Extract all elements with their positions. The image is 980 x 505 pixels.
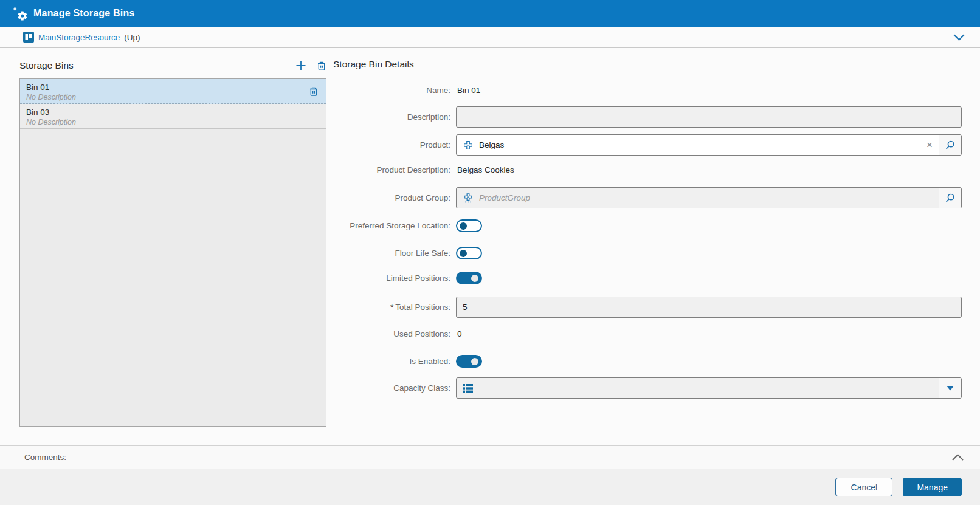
bin-name: Bin 03 <box>26 107 319 117</box>
bin-list-item-selected[interactable]: Bin 01 No Description <box>20 79 326 104</box>
preferred-storage-location-label: Preferred Storage Location: <box>333 221 450 230</box>
total-positions-label: *Total Positions: <box>333 303 450 312</box>
dialog-footer: Cancel Manage <box>0 469 980 505</box>
capacity-class-list-icon <box>463 383 473 393</box>
description-label: Description: <box>333 112 450 122</box>
bins-panel-title: Storage Bins <box>19 60 74 71</box>
preferred-storage-location-toggle[interactable] <box>456 219 482 232</box>
capacity-class-dropdown[interactable] <box>456 377 962 399</box>
product-combo[interactable]: Belgas × <box>456 134 962 156</box>
product-search-button[interactable] <box>939 135 961 155</box>
product-value: Belgas <box>479 140 920 149</box>
is-enabled-toggle[interactable] <box>456 355 482 368</box>
bins-list: Bin 01 No Description Bin 03 No Descript… <box>19 78 326 427</box>
dialog-titlebar: Manage Storage Bins <box>0 0 980 27</box>
product-label: Product: <box>333 140 450 149</box>
product-description-value: Belgas Cookies <box>456 165 514 174</box>
manage-button[interactable]: Manage <box>903 478 962 496</box>
resource-direction: (Up) <box>124 33 140 42</box>
name-label: Name: <box>333 86 450 95</box>
delete-bins-button[interactable] <box>317 61 326 71</box>
name-value: Bin 01 <box>456 86 480 95</box>
cancel-button[interactable]: Cancel <box>835 478 892 496</box>
product-group-input[interactable] <box>479 188 939 208</box>
add-bin-button[interactable] <box>295 60 307 72</box>
capacity-class-label: Capacity Class: <box>333 383 450 393</box>
product-group-icon <box>463 193 474 204</box>
product-description-label: Product Description: <box>333 165 450 174</box>
limited-positions-label: Limited Positions: <box>333 273 450 283</box>
used-positions-value: 0 <box>456 329 462 338</box>
resource-bar: MainStorageResource (Up) <box>0 27 980 48</box>
floor-life-safe-label: Floor Life Safe: <box>333 249 450 258</box>
used-positions-label: Used Positions: <box>333 329 450 338</box>
limited-positions-toggle[interactable] <box>456 272 482 284</box>
bin-description: No Description <box>26 117 319 127</box>
comments-label: Comments: <box>24 453 66 462</box>
storage-bins-panel: Storage Bins Bin 01 No Description Bin 0… <box>19 58 326 427</box>
bin-list-item[interactable]: Bin 03 No Description <box>20 104 326 129</box>
description-input[interactable] <box>456 106 962 128</box>
required-marker: * <box>390 303 393 312</box>
is-enabled-label: Is Enabled: <box>333 357 450 366</box>
capacity-class-dropdown-button[interactable] <box>939 378 961 398</box>
details-title: Storage Bin Details <box>333 58 962 70</box>
manage-gear-icon <box>12 5 28 21</box>
product-group-combo[interactable] <box>456 187 962 208</box>
chevron-down-icon[interactable] <box>953 33 965 41</box>
chevron-up-icon[interactable] <box>951 453 964 461</box>
storage-bin-details-panel: Storage Bin Details Name: Bin 01 Descrip… <box>333 58 962 399</box>
bin-description: No Description <box>26 92 319 102</box>
product-group-label: Product Group: <box>333 193 450 202</box>
total-positions-input[interactable] <box>456 297 962 318</box>
dialog-title: Manage Storage Bins <box>33 8 135 19</box>
delete-bin-row-button[interactable] <box>309 86 319 97</box>
product-icon <box>463 140 474 151</box>
resource-link[interactable]: MainStorageResource <box>38 33 120 42</box>
storage-resource-icon <box>23 32 34 43</box>
floor-life-safe-toggle[interactable] <box>456 247 482 259</box>
product-group-search-button[interactable] <box>939 188 961 208</box>
comments-bar: Comments: <box>0 445 980 469</box>
clear-product-icon[interactable]: × <box>927 140 933 150</box>
bin-name: Bin 01 <box>26 82 319 92</box>
